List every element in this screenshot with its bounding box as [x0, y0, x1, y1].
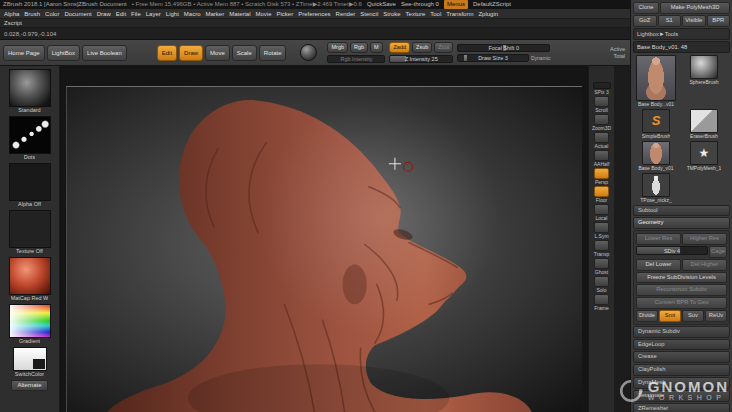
nav-button[interactable]: Live Boolean: [82, 45, 127, 61]
menu-item[interactable]: Draw: [97, 11, 111, 17]
z-intensity-slider[interactable]: Z Intensity 25: [389, 55, 452, 63]
subtool-section-header[interactable]: Subtool: [633, 205, 730, 217]
tool-thumbnail[interactable]: TPose_nickz_: [633, 173, 679, 203]
mode-button[interactable]: Rotate: [259, 45, 287, 61]
paint-mode-button[interactable]: M: [370, 42, 383, 54]
palette-section-header[interactable]: DynaMesh: [633, 377, 730, 389]
right-shelf-button[interactable]: Frame: [590, 294, 614, 311]
resolution-button[interactable]: Higher Res: [682, 233, 727, 245]
tool-thumbnail[interactable]: Base Body_v01: [633, 141, 679, 171]
menu-item[interactable]: File: [131, 11, 141, 17]
convert-bpr-button[interactable]: Convert BPR To Geo: [636, 297, 727, 309]
left-shelf-item[interactable]: MatCap Red W: [6, 257, 54, 302]
left-shelf-item[interactable]: Alternate: [6, 380, 54, 391]
palette-section-header[interactable]: ZRemesher: [633, 403, 730, 412]
tool-top-button[interactable]: GoZ: [633, 15, 657, 27]
left-shelf-item[interactable]: Standard: [6, 69, 54, 114]
quicksave-button[interactable]: QuickSave: [367, 0, 396, 9]
resolution-button[interactable]: Lower Res: [636, 233, 681, 245]
right-shelf-button[interactable]: L.Sym: [590, 222, 614, 239]
menu-item[interactable]: Picker: [277, 11, 294, 17]
left-shelf-item[interactable]: Alpha Off: [6, 163, 54, 208]
menu-item[interactable]: Preferences: [298, 11, 330, 17]
sdiv-slider[interactable]: SDiv 4: [636, 246, 708, 255]
menu-item[interactable]: Document: [64, 11, 91, 17]
palette-section-header[interactable]: ClayPolish: [633, 364, 730, 376]
menu-item[interactable]: Macro: [184, 11, 201, 17]
right-shelf-button[interactable]: AAHalf: [590, 150, 614, 167]
right-shelf-button[interactable]: Ghost: [590, 258, 614, 275]
right-shelf-button[interactable]: Local: [590, 204, 614, 221]
right-shelf-button[interactable]: SPix 3: [590, 82, 614, 95]
menu-item[interactable]: Color: [45, 11, 59, 17]
clone-button[interactable]: Clone: [633, 2, 659, 14]
default-zscript-button[interactable]: DefaultZScript: [473, 0, 511, 9]
right-shelf-button[interactable]: Floor: [590, 186, 614, 203]
menu-item[interactable]: Light: [166, 11, 179, 17]
tool-thumbnail[interactable]: EraserBrush: [681, 109, 727, 139]
palette-section-header[interactable]: Crease: [633, 351, 730, 363]
paint-mode-button[interactable]: Rgb: [350, 42, 368, 54]
left-shelf-item[interactable]: SwitchColor: [6, 347, 54, 378]
nav-button[interactable]: LightBox: [47, 45, 80, 61]
focal-shift-slider[interactable]: Focal Shift 0: [457, 44, 550, 52]
document-viewport[interactable]: [66, 86, 582, 412]
nav-button[interactable]: Home Page: [3, 45, 45, 61]
menu-item[interactable]: Movie: [256, 11, 272, 17]
mode-button[interactable]: Scale: [232, 45, 257, 61]
delete-level-button[interactable]: Del Lower: [636, 259, 681, 271]
cage-button[interactable]: Cage: [709, 246, 727, 258]
divide-row-button[interactable]: Divide: [636, 310, 658, 322]
mode-button[interactable]: Move: [205, 45, 230, 61]
tool-top-button[interactable]: Visible: [682, 15, 706, 27]
palette-section-header[interactable]: Tessimate: [633, 390, 730, 402]
dynamic-toggle[interactable]: Dynamic: [531, 55, 550, 61]
freeze-subdivision-button[interactable]: Freeze SubDivision Levels: [636, 272, 727, 284]
sculpt-mode-button[interactable]: Zcut: [434, 42, 453, 54]
palette-section-header[interactable]: EdgeLoop: [633, 339, 730, 351]
mode-button[interactable]: Edit: [157, 45, 177, 61]
rgb-intensity-slider[interactable]: Rgb Intensity: [327, 55, 385, 63]
menu-item[interactable]: Tool: [430, 11, 441, 17]
right-shelf-button[interactable]: Persp: [590, 168, 614, 185]
left-shelf-item[interactable]: Gradient: [6, 304, 54, 345]
tool-thumbnail[interactable]: SimpleBrush: [633, 109, 679, 139]
menu-item[interactable]: Stroke: [383, 11, 400, 17]
menu-item[interactable]: Layer: [146, 11, 161, 17]
divide-row-button[interactable]: Suv: [682, 310, 704, 322]
geometry-section-header[interactable]: Geometry: [633, 217, 730, 229]
mode-button[interactable]: Draw: [179, 45, 203, 61]
divide-row-button[interactable]: Smt: [659, 310, 681, 322]
menu-item[interactable]: Material: [229, 11, 250, 17]
right-shelf-button[interactable]: Actual: [590, 132, 614, 149]
menu-item[interactable]: Render: [336, 11, 356, 17]
menu-item[interactable]: Marker: [205, 11, 224, 17]
tool-top-button[interactable]: S1: [658, 15, 682, 27]
divide-row-button[interactable]: ReUv: [705, 310, 727, 322]
tool-thumbnail[interactable]: TMPolyMesh_1: [681, 141, 727, 171]
right-shelf-button[interactable]: Solo: [590, 276, 614, 293]
tray-divider[interactable]: [614, 66, 630, 412]
menu-item[interactable]: Edit: [116, 11, 126, 17]
reconstruct-subdiv-button[interactable]: Reconstruct Subdiv: [636, 284, 727, 296]
menu-item[interactable]: Alpha: [4, 11, 19, 17]
sculpt-mode-button[interactable]: Zsub: [412, 42, 432, 54]
tool-top-button[interactable]: BPR: [707, 15, 731, 27]
right-shelf-button[interactable]: Zoom3D: [590, 114, 614, 131]
right-shelf-button[interactable]: Scroll: [590, 96, 614, 113]
menu-item[interactable]: Transform: [446, 11, 473, 17]
lightbox-tools-selector[interactable]: Lightbox►Tools: [633, 28, 730, 40]
menu-item[interactable]: Zplugin: [478, 11, 498, 17]
paint-mode-button[interactable]: Mrgb: [327, 42, 348, 54]
sculpt-mode-button[interactable]: Zadd: [389, 42, 410, 54]
current-tool-name[interactable]: Base Body_v01. 48: [633, 41, 730, 53]
left-shelf-item[interactable]: Dots: [6, 116, 54, 161]
tool-thumbnail[interactable]: Base Body...v01: [633, 55, 679, 107]
canvas[interactable]: [60, 66, 588, 412]
zscript-menu-item[interactable]: Zscript: [4, 20, 22, 26]
delete-level-button[interactable]: Del Higher: [682, 259, 727, 271]
make-polymesh3d-button[interactable]: Make PolyMesh3D: [660, 2, 730, 14]
right-shelf-button[interactable]: Transp: [590, 240, 614, 257]
left-shelf-item[interactable]: Texture Off: [6, 210, 54, 255]
menu-item[interactable]: Stencil: [360, 11, 378, 17]
